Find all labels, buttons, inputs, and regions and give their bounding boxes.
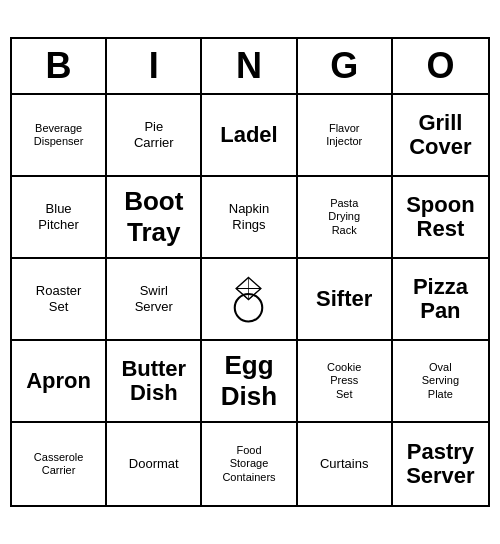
ring-icon: [221, 272, 276, 327]
bingo-cell-7: Napkin Rings: [202, 177, 297, 259]
cell-text-7: Napkin Rings: [229, 201, 269, 232]
bingo-cell-21: Doormat: [107, 423, 202, 505]
cell-text-20: Casserole Carrier: [34, 451, 84, 477]
cell-text-1: Pie Carrier: [134, 119, 174, 150]
cell-text-17: Egg Dish: [221, 350, 277, 412]
cell-text-21: Doormat: [129, 456, 179, 472]
bingo-letter-n: N: [202, 39, 297, 93]
cell-text-6: Boot Tray: [124, 186, 183, 248]
cell-text-11: Swirl Server: [135, 283, 173, 314]
bingo-cell-8: Pasta Drying Rack: [298, 177, 393, 259]
bingo-letter-b: B: [12, 39, 107, 93]
bingo-cell-13: Sifter: [298, 259, 393, 341]
cell-text-2: Ladel: [220, 123, 277, 147]
bingo-card: BINGO Beverage DispenserPie CarrierLadel…: [10, 37, 490, 507]
bingo-cell-24: Pastry Server: [393, 423, 488, 505]
cell-text-9: Spoon Rest: [406, 193, 474, 241]
bingo-cell-0: Beverage Dispenser: [12, 95, 107, 177]
cell-text-4: Grill Cover: [409, 111, 471, 159]
bingo-letter-o: O: [393, 39, 488, 93]
bingo-cell-3: Flavor Injector: [298, 95, 393, 177]
cell-text-24: Pastry Server: [406, 440, 475, 488]
bingo-cell-23: Curtains: [298, 423, 393, 505]
cell-text-3: Flavor Injector: [326, 122, 362, 148]
bingo-cell-10: Roaster Set: [12, 259, 107, 341]
bingo-grid: Beverage DispenserPie CarrierLadelFlavor…: [12, 95, 488, 505]
bingo-letter-i: I: [107, 39, 202, 93]
cell-text-14: Pizza Pan: [413, 275, 468, 323]
bingo-cell-11: Swirl Server: [107, 259, 202, 341]
cell-text-13: Sifter: [316, 287, 372, 311]
bingo-cell-18: Cookie Press Set: [298, 341, 393, 423]
bingo-cell-1: Pie Carrier: [107, 95, 202, 177]
bingo-cell-16: Butter Dish: [107, 341, 202, 423]
bingo-cell-20: Casserole Carrier: [12, 423, 107, 505]
bingo-cell-15: Apron: [12, 341, 107, 423]
bingo-header: BINGO: [12, 39, 488, 95]
bingo-cell-12: [202, 259, 297, 341]
bingo-cell-19: Oval Serving Plate: [393, 341, 488, 423]
bingo-letter-g: G: [298, 39, 393, 93]
cell-text-19: Oval Serving Plate: [422, 361, 459, 401]
cell-text-15: Apron: [26, 369, 91, 393]
cell-text-22: Food Storage Containers: [222, 444, 275, 484]
bingo-cell-22: Food Storage Containers: [202, 423, 297, 505]
cell-text-10: Roaster Set: [36, 283, 82, 314]
cell-text-5: Blue Pitcher: [38, 201, 78, 232]
cell-text-23: Curtains: [320, 456, 368, 472]
bingo-cell-17: Egg Dish: [202, 341, 297, 423]
cell-text-0: Beverage Dispenser: [34, 122, 84, 148]
bingo-cell-5: Blue Pitcher: [12, 177, 107, 259]
bingo-cell-4: Grill Cover: [393, 95, 488, 177]
bingo-cell-9: Spoon Rest: [393, 177, 488, 259]
bingo-cell-2: Ladel: [202, 95, 297, 177]
bingo-cell-14: Pizza Pan: [393, 259, 488, 341]
cell-text-16: Butter Dish: [121, 357, 186, 405]
cell-text-8: Pasta Drying Rack: [328, 197, 360, 237]
cell-text-18: Cookie Press Set: [327, 361, 361, 401]
bingo-cell-6: Boot Tray: [107, 177, 202, 259]
